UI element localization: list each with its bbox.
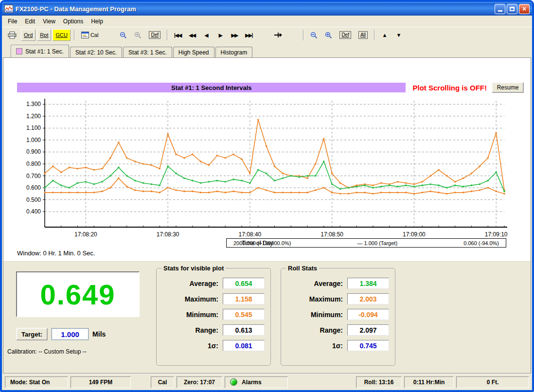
target-value-field[interactable]: 1.000	[52, 328, 89, 340]
svg-text:1.200: 1.200	[26, 113, 41, 120]
menu-file[interactable]: File	[4, 17, 21, 26]
arrow-to-bar-icon	[274, 32, 283, 38]
svg-text:0.600: 0.600	[26, 184, 41, 191]
visible-stats-title: Stats for visible plot	[161, 265, 226, 272]
current-value: 0.649	[40, 278, 115, 311]
stat-row: Average: 1.384	[284, 278, 389, 289]
nav-last-button[interactable]: ▶▶|	[242, 29, 255, 41]
svg-text:1.000: 1.000	[26, 137, 41, 143]
cal-setup-button[interactable]: Cal	[78, 29, 102, 41]
current-value-display: 0.649	[16, 271, 140, 317]
tab-color-swatch-icon	[16, 48, 22, 54]
tab-stat2[interactable]: Stat #2: 10 Sec.	[70, 47, 122, 57]
tab-stat1[interactable]: Stat #1: 1 Sec.	[11, 45, 69, 57]
zoom-default-button[interactable]: Def	[146, 29, 163, 41]
window-span-label: Window: 0 Hr. 1 Min. 0 Sec.	[17, 249, 95, 257]
stat-row: Range: 0.613	[160, 324, 265, 336]
svg-text:17:08:50: 17:08:50	[320, 231, 343, 238]
resume-button[interactable]: Resume	[492, 82, 524, 93]
svg-text:1.300: 1.300	[26, 101, 41, 107]
printer-icon	[8, 32, 17, 39]
svg-text:17:08:40: 17:08:40	[239, 231, 262, 238]
menu-edit[interactable]: Edit	[21, 17, 39, 26]
target-row: Target: 1.000 Mils	[16, 328, 106, 340]
roll-maximum-value: 2.003	[347, 293, 389, 304]
tab-stat3[interactable]: Stat #3: 1 Sec.	[123, 47, 172, 57]
yaxis-zoom-in-button[interactable]	[322, 29, 335, 41]
stat-row: 1σ: 0.081	[160, 340, 265, 351]
status-zero: Zero: 17:07	[177, 376, 222, 388]
stat-row: Minimum: -0.094	[284, 309, 389, 320]
visible-maximum-value: 1.158	[223, 293, 265, 304]
print-button[interactable]	[5, 29, 19, 41]
stat-row: Maximum: 1.158	[160, 293, 265, 304]
ord-button[interactable]: Ord	[21, 29, 36, 41]
scale-default-button[interactable]: Def	[337, 29, 354, 41]
visible-minimum-value: 0.545	[223, 309, 265, 320]
plot-header: Stat #1: 1 Second Intervals Plot Scrolli…	[17, 82, 524, 93]
status-roll: Roll: 13:16	[356, 376, 402, 388]
svg-text:0.800: 0.800	[26, 160, 41, 167]
zoom-out-icon	[310, 32, 318, 39]
plot-zoom-in-button[interactable]	[131, 29, 144, 41]
maximize-button[interactable]	[507, 4, 517, 14]
svg-text:17:09:10: 17:09:10	[485, 231, 508, 238]
close-icon: ×	[522, 5, 526, 12]
status-elapsed: 0:11 Hr:Min	[404, 376, 454, 388]
nav-fast-forward-button[interactable]: ▶▶	[228, 29, 241, 41]
rpt-button[interactable]: Rpt	[37, 29, 51, 41]
minimize-button[interactable]	[495, 4, 505, 14]
zoom-in-disabled-icon	[134, 32, 142, 39]
legend-min-scale: 0.060 (-94.0%)	[463, 240, 499, 246]
zoom-out-icon	[120, 32, 127, 39]
status-alarms: Alarms	[225, 376, 288, 388]
skip-to-end-icon: ▶▶|	[245, 33, 252, 38]
menu-options[interactable]: Options	[59, 17, 87, 26]
stat-row: Average: 0.654	[160, 278, 265, 289]
go-to-latest-button[interactable]	[271, 29, 285, 41]
status-mode: Mode: Stat On	[5, 376, 68, 388]
skip-to-start-icon: |◀◀	[174, 33, 181, 38]
toolbar-separator	[303, 30, 304, 40]
status-bar: Mode: Stat On 149 FPM Cal Zero: 17:07 Al…	[2, 374, 532, 390]
menu-view[interactable]: View	[39, 17, 59, 26]
scale-up-button[interactable]: ▲	[378, 29, 391, 41]
properties-icon	[81, 32, 89, 38]
trend-chart[interactable]: 17:08:2017:08:3017:08:4017:08:5017:09:00…	[18, 95, 509, 241]
yaxis-zoom-out-button[interactable]	[307, 29, 320, 41]
target-button[interactable]: Target:	[16, 328, 48, 340]
fast-back-icon: ◀◀	[189, 33, 195, 38]
svg-text:17:08:30: 17:08:30	[157, 231, 179, 238]
roll-stats-title: Roll Stats	[286, 265, 319, 272]
svg-text:1.100: 1.100	[26, 125, 41, 131]
nav-first-button[interactable]: |◀◀	[171, 29, 184, 41]
plot-zoom-out-button[interactable]	[117, 29, 130, 41]
svg-text:17:08:20: 17:08:20	[74, 231, 97, 238]
tab-highspeed[interactable]: High Speed	[173, 47, 214, 57]
scale-all-button[interactable]: All	[356, 29, 371, 41]
tab-bar: Stat #1: 1 Sec. Stat #2: 10 Sec. Stat #3…	[2, 43, 532, 57]
gcu-button[interactable]: GCU	[53, 29, 70, 41]
visible-range-value: 0.613	[223, 324, 265, 336]
stat-row: 1σ: 0.745	[284, 340, 389, 351]
scale-down-button[interactable]: ▼	[392, 29, 405, 41]
roll-minimum-value: -0.094	[347, 309, 389, 320]
plot-title: Stat #1: 1 Second Intervals	[17, 83, 406, 92]
nav-fast-back-button[interactable]: ◀◀	[186, 29, 198, 41]
title-bar[interactable]: FX2100-PC - Data Management Program ×	[2, 2, 532, 16]
legend-row: 2000.000 (+199900.0%) — 1.000 (Target) 0…	[18, 238, 509, 249]
visible-average-value: 0.654	[223, 278, 265, 289]
roll-sigma-value: 0.745	[347, 340, 389, 351]
menu-bar: File Edit View Options Help	[2, 16, 532, 27]
step-forward-icon: ▶	[219, 33, 222, 38]
nav-forward-button[interactable]: ▶	[214, 29, 227, 41]
tab-histogram[interactable]: Histogram	[215, 47, 253, 57]
menu-help[interactable]: Help	[87, 17, 107, 26]
svg-text:17:09:00: 17:09:00	[403, 231, 426, 238]
close-button[interactable]: ×	[519, 4, 530, 14]
status-cal: Cal	[151, 376, 174, 388]
nav-back-button[interactable]: ◀	[200, 29, 213, 41]
stat-row: Range: 2.097	[284, 324, 389, 336]
svg-text:0.400: 0.400	[26, 208, 41, 215]
x-axis-label: Time of Day	[242, 240, 273, 247]
